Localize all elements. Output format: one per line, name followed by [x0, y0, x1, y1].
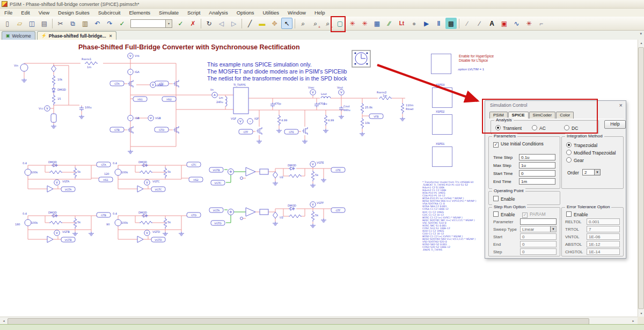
toolbar-zoom-fit-icon[interactable]: ▢ [334, 18, 346, 29]
toolbar-pause-icon[interactable]: ‖ [433, 18, 444, 29]
end-time-input[interactable]: 1m [519, 178, 555, 185]
menu-item-view[interactable]: View [34, 10, 54, 16]
menu-item-script[interactable]: Script [183, 10, 204, 16]
vertical-scroll-thumb[interactable] [638, 47, 644, 309]
toolbar-undo-icon[interactable]: ↶ [92, 18, 103, 29]
toolbar-copy-icon[interactable]: ⧉ [67, 18, 78, 29]
time-step-input[interactable]: 0.1u [519, 154, 555, 160]
error-tolerance-enable-checkbox[interactable]: Enable [566, 211, 588, 217]
toolbar-pan-hand-icon[interactable]: ✥ [269, 18, 280, 29]
use-initial-conditions-checkbox[interactable]: ✓Use Initial Conditions [493, 141, 544, 148]
menu-item-file[interactable]: File [0, 10, 17, 16]
toolbar-zoom-in-icon[interactable]: ⌕+ [310, 18, 321, 29]
chgtol-input[interactable]: 1E-14 [587, 248, 620, 255]
toolbar-zoom-icon[interactable]: ⌕ [297, 18, 309, 29]
scroll-up-icon[interactable]: ▴ [638, 40, 644, 46]
close-icon[interactable]: × [619, 102, 623, 108]
radio-trapezoidal[interactable]: Trapezoidal [566, 142, 597, 148]
reltol-input[interactable]: 0.001 [587, 218, 620, 225]
menu-item-edit[interactable]: Edit [17, 10, 34, 16]
step-input[interactable]: 0 [520, 248, 557, 255]
dialog-title-bar[interactable]: Simulation Control × [485, 101, 626, 109]
toolbar-flip-vertical-icon[interactable]: ◁ [216, 18, 227, 29]
menu-item-analysis[interactable]: Analysis [204, 10, 232, 16]
parameter-input[interactable] [520, 218, 557, 225]
menu-item-subcircuit[interactable]: Subcircuit [94, 10, 125, 16]
trtol-input[interactable]: 7 [587, 226, 620, 232]
sweep-type-input[interactable]: Linear▼ [520, 226, 557, 232]
operating-point-enable-checkbox[interactable]: Enable [493, 196, 515, 202]
menu-item-help[interactable]: Help [310, 10, 330, 16]
toolbar-rotate-icon[interactable]: ↻ [203, 18, 215, 29]
toolbar-chip-icon[interactable]: ▦ [371, 18, 383, 29]
vntol-input[interactable]: 1E-06 [587, 233, 620, 240]
dialog-tab-simcoder[interactable]: SimCoder [529, 112, 556, 119]
param-checkbox[interactable]: ✓PARAM [522, 211, 546, 218]
schematic-canvas[interactable]: Phase-Shifted Full-Bridge Converter with… [0, 40, 638, 317]
toolbar-probe-2-icon[interactable]: ∕ [474, 18, 485, 29]
toolbar-simview-icon[interactable]: ▩ [445, 18, 457, 29]
toolbar-probe-3-icon[interactable]: ⌐ [536, 18, 547, 29]
toolbar-probe-1-icon[interactable]: ∕ [462, 18, 473, 29]
toolbar-run-icon[interactable]: ▶ [421, 18, 432, 29]
scroll-left-icon[interactable]: ◂ [1, 318, 7, 324]
horizontal-scrollbar[interactable]: ◂ ▸ [0, 317, 638, 325]
abstol-input[interactable]: 1E-12 [587, 241, 620, 247]
toolbar-flip-horizontal-icon[interactable]: ▷ [228, 18, 239, 29]
end-input[interactable]: 0 [520, 241, 557, 247]
menu-item-options[interactable]: Options [232, 10, 259, 16]
meter-glyph: V [56, 231, 58, 234]
toolbar-ltspice-icon[interactable]: Lt [396, 18, 407, 29]
toolbar-apply-icon[interactable]: ✓ [175, 18, 186, 29]
gate-drive-wires [28, 216, 97, 239]
menu-item-utilities[interactable]: Utilities [258, 10, 283, 16]
toolbar-combobox[interactable]: ▾ [130, 19, 172, 28]
toolbar-stop-icon[interactable]: ● [408, 18, 420, 29]
help-button[interactable]: Help [604, 120, 626, 129]
toolbar-run-psim-icon[interactable]: ✳ [347, 18, 358, 29]
radio-ac[interactable]: AC [532, 125, 546, 131]
toolbar-new-file-icon[interactable]: ▯ [2, 18, 13, 29]
menu-item-simulate[interactable]: Simulate [155, 10, 183, 16]
radio-modified-trapezoidal[interactable]: Modified Trapezoidal [566, 150, 616, 156]
toolbar-script-check-icon[interactable]: ✓ [116, 18, 128, 29]
toolbar-run-psim-2-icon[interactable]: ✳ [359, 18, 370, 29]
scroll-down-icon[interactable]: ▾ [638, 310, 644, 317]
toolbar-run-spice-icon[interactable]: ∕∕ [384, 18, 395, 29]
toolbar-select-cursor-icon[interactable]: ↖ [281, 18, 292, 29]
toolbar-text-tool-icon[interactable]: A [486, 18, 497, 29]
toolbar-cancel-icon[interactable]: ✗ [187, 18, 199, 29]
tab-scroll-icon[interactable]: ▾ [640, 32, 642, 36]
toolbar-draw-wire-icon[interactable]: ╱ [244, 18, 255, 29]
tab-close-icon[interactable]: × [109, 33, 112, 39]
dialog-tab-color[interactable]: Color [556, 112, 574, 119]
menu-item-window[interactable]: Window [283, 10, 310, 16]
toolbar-label-icon[interactable]: ▬ [257, 18, 268, 29]
tab-phase-shifted-full-bridge-[interactable]: ⚡Phase-shifted full-bridge...× [37, 31, 116, 40]
schematic-label: 100k [31, 171, 38, 174]
radio-transient[interactable]: Transient [495, 125, 522, 131]
tolerance-row-vntol: VNTOL1E-06 [565, 233, 621, 240]
max-step-input[interactable]: 1u [519, 162, 555, 168]
menu-item-elements[interactable]: Elements [125, 10, 155, 16]
step-run-enable-checkbox[interactable]: Enable [493, 211, 515, 217]
toolbar-paste-icon[interactable]: ▥ [79, 18, 91, 29]
toolbar-save-icon[interactable]: ◫ [26, 18, 38, 29]
simulation-control-element[interactable] [352, 50, 370, 67]
toolbar-flower-icon[interactable]: ✳ [523, 18, 535, 29]
toolbar-print-icon[interactable]: ▤ [39, 18, 50, 29]
tab-welcome[interactable]: ▣Welcome [2, 31, 35, 40]
toolbar-zoom-out-icon[interactable]: ⌕− [322, 18, 333, 29]
radio-gear[interactable]: Gear [566, 157, 584, 163]
toolbar-scope-red-icon[interactable]: ▣ [499, 18, 510, 29]
toolbar-cut-icon[interactable]: ✂ [55, 18, 66, 29]
radio-dc[interactable]: DC [564, 125, 578, 131]
toolbar-open-folder-icon[interactable]: ▱ [14, 18, 25, 29]
order-select[interactable]: 2▼ [582, 169, 601, 175]
toolbar-wave-icon[interactable]: ∿ [511, 18, 522, 29]
scroll-right-icon[interactable]: ▸ [630, 318, 636, 324]
start-time-input[interactable]: 0 [519, 170, 555, 177]
menu-item-design-suites[interactable]: Design Suites [54, 10, 94, 16]
start-input[interactable]: 0 [520, 233, 557, 240]
toolbar-redo-icon[interactable]: ↷ [104, 18, 115, 29]
